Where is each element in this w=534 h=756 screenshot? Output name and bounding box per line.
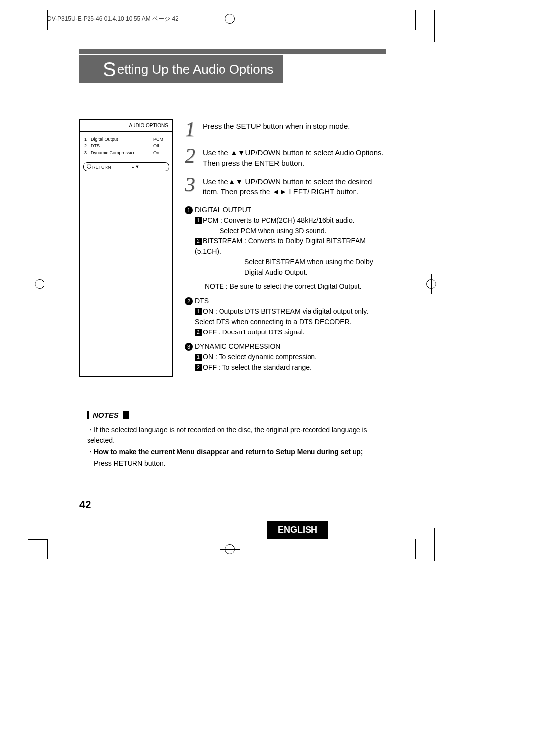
menu-row: 1 Digital Output PCM <box>84 137 168 142</box>
detail-list: 1DIGITAL OUTPUT 1PCM : Converts to PCM(2… <box>185 205 386 373</box>
crop-mark <box>434 528 435 561</box>
language-badge: ENGLISH <box>267 521 328 539</box>
registration-mark <box>30 274 49 294</box>
circled-3-icon: 3 <box>185 343 193 351</box>
decorative-bar <box>79 49 386 54</box>
page-number: 42 <box>79 498 91 511</box>
detail-heading: DTS <box>195 297 209 305</box>
title-accent <box>79 55 99 83</box>
boxed-2-icon: 2 <box>195 329 202 336</box>
up-down-icon: ▲▼ <box>228 177 243 186</box>
circled-2-icon: 2 <box>185 297 193 305</box>
crop-mark <box>434 10 435 42</box>
clock-icon <box>87 164 91 169</box>
detail-heading: DIGITAL OUTPUT <box>195 206 251 214</box>
notes-accent <box>123 411 129 419</box>
step-number: 1 <box>185 119 199 140</box>
detail-heading: DYNAMIC COMPRESSION <box>195 342 280 350</box>
crop-mark <box>47 539 48 559</box>
boxed-2-icon: 2 <box>195 364 202 371</box>
registration-mark <box>421 274 441 294</box>
page-header: Setting Up the Audio Options <box>79 49 386 83</box>
osd-menu-mockup: AUDIO OPTIONS 1 Digital Output PCM 2 DTS… <box>79 119 173 377</box>
left-right-icon: ◄► <box>272 188 287 196</box>
content-area: AUDIO OPTIONS 1 Digital Output PCM 2 DTS… <box>79 119 386 377</box>
crop-mark <box>28 539 47 540</box>
crop-mark <box>415 10 416 30</box>
notes-accent <box>87 411 89 419</box>
step-number: 3 <box>185 174 199 197</box>
notes-title: NOTES <box>93 411 119 419</box>
arrows-icon: ▲▼ <box>131 164 140 169</box>
registration-mark <box>220 539 240 559</box>
boxed-2-icon: 2 <box>195 238 202 245</box>
step-3: 3 Use the▲▼ UP/DOWN button to select the… <box>185 174 386 197</box>
step-2: 2 Use the ▲▼UP/DOWN button to select Aud… <box>185 145 386 168</box>
boxed-1-icon: 1 <box>195 354 202 361</box>
crop-mark <box>28 31 47 31</box>
instructions: 1 Press the SETUP button when in stop mo… <box>185 119 386 377</box>
circled-1-icon: 1 <box>185 206 193 214</box>
crop-mark <box>415 539 416 559</box>
step-1: 1 Press the SETUP button when in stop mo… <box>185 119 386 140</box>
header-filename: DV-P315U-E-P25-46 01.4.10 10:55 AM ページ 4… <box>47 15 178 23</box>
menu-title: AUDIO OPTIONS <box>80 120 172 132</box>
page-title: Setting Up the Audio Options <box>99 55 283 83</box>
menu-row: 3 Dynamic Compression On <box>84 150 168 155</box>
registration-mark <box>220 9 240 29</box>
step-number: 2 <box>185 145 199 168</box>
boxed-1-icon: 1 <box>195 308 202 315</box>
menu-row: 2 DTS Off <box>84 143 168 148</box>
up-down-icon: ▲▼ <box>230 148 245 157</box>
boxed-1-icon: 1 <box>195 217 202 224</box>
menu-footer: RETURN ▲▼ <box>83 162 169 171</box>
notes-section: NOTES ・If the selected language is not r… <box>87 411 384 469</box>
